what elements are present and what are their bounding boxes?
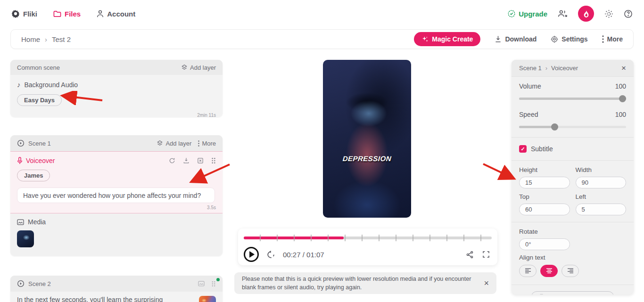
media-thumbnail[interactable]	[17, 230, 34, 247]
gear-icon	[551, 35, 558, 43]
settings-label: Settings	[561, 35, 587, 43]
voiceover-text-input[interactable]	[17, 188, 215, 203]
volume-slider[interactable]	[519, 95, 626, 102]
preview-subtitle-text: DEPRESSION	[323, 155, 411, 163]
nav-account[interactable]: Account	[97, 10, 135, 18]
drag-handle-icon[interactable]	[211, 281, 216, 287]
rotate-label: Rotate	[519, 228, 570, 235]
scene1-add-layer-button[interactable]: Add layer	[157, 140, 191, 147]
top-input[interactable]	[519, 204, 570, 215]
volume-value: 100	[615, 82, 626, 90]
brand-label: Fliki	[23, 10, 37, 18]
scene1-title: Scene 1	[28, 140, 51, 147]
fullscreen-icon[interactable]	[482, 251, 490, 258]
play-circle-icon[interactable]	[17, 280, 25, 287]
speed-value: 100	[615, 111, 626, 118]
align-center-button[interactable]	[540, 265, 558, 277]
inspector-layer-crumb: Voiceover	[551, 65, 578, 72]
close-icon[interactable]: ×	[621, 64, 626, 73]
credits-button[interactable]	[578, 6, 594, 22]
volume-label: Volume	[519, 82, 541, 90]
volume-slider-handle[interactable]	[619, 95, 626, 102]
left-label: Left	[576, 193, 627, 200]
fliki-logo-icon	[11, 9, 20, 18]
speed-slider-handle[interactable]	[551, 123, 558, 131]
nav-account-label: Account	[107, 10, 135, 18]
upgrade-label: Upgrade	[519, 10, 547, 18]
person-icon	[97, 10, 104, 17]
regenerate-icon[interactable]	[169, 157, 175, 164]
align-right-button[interactable]	[561, 265, 579, 277]
restart-icon[interactable]	[266, 250, 275, 259]
speed-slider[interactable]	[519, 123, 626, 131]
check-icon: ✓	[520, 146, 525, 152]
common-add-layer-label: Add layer	[190, 64, 216, 71]
invite-users-button[interactable]	[558, 9, 568, 18]
left-input[interactable]	[576, 204, 627, 215]
play-button[interactable]	[244, 247, 259, 262]
media-layer[interactable]: Media	[10, 213, 223, 253]
scene2-header: Scene 2	[10, 276, 223, 292]
layer-inspector-panel: Scene 1 › Voiceover × Volume 100 Speed 1…	[512, 60, 634, 294]
timeline-scrubber[interactable]	[244, 235, 492, 241]
chevron-right-icon: ›	[545, 65, 547, 72]
common-scene-title: Common scene	[17, 64, 60, 71]
share-icon[interactable]	[466, 251, 474, 259]
sparkles-icon	[421, 36, 429, 43]
rotate-input[interactable]	[519, 238, 570, 250]
flame-icon	[583, 10, 590, 17]
nav-files[interactable]: Files	[53, 10, 81, 18]
magic-create-button[interactable]: Magic Create	[414, 32, 480, 46]
height-input[interactable]	[519, 177, 570, 188]
breadcrumb-home[interactable]: Home	[21, 35, 40, 43]
top-navbar: Fliki Files Account Upgrade	[0, 0, 644, 27]
upgrade-button[interactable]: Upgrade	[507, 9, 547, 18]
nav-files-label: Files	[65, 10, 81, 18]
media-label: Media	[28, 218, 46, 226]
voiceover-layer[interactable]: Voiceover James 3.5s	[10, 151, 223, 213]
download-audio-icon[interactable]	[183, 157, 190, 164]
scene2-thumbnail[interactable]	[199, 296, 216, 302]
close-icon[interactable]: ×	[484, 279, 489, 287]
more-button[interactable]: More	[602, 35, 623, 43]
scene2-text[interactable]: In the next few seconds, you'll learn th…	[17, 296, 194, 302]
preview-notice: Please note that this is a quick preview…	[234, 272, 496, 294]
subtitle-label: Subtitle	[531, 145, 553, 153]
voiceover-label: Voiceover	[26, 157, 55, 164]
mic-icon	[17, 157, 23, 164]
image-icon[interactable]	[198, 281, 205, 287]
scene1-more-button[interactable]: More	[198, 140, 216, 147]
subtitle-checkbox[interactable]: ✓	[519, 145, 527, 153]
align-text-label: Align text	[512, 253, 634, 265]
width-input[interactable]	[576, 177, 627, 188]
dots-vertical-icon	[602, 35, 604, 43]
layers-icon	[157, 140, 163, 147]
video-preview[interactable]: DEPRESSION	[323, 60, 411, 218]
background-audio-layer[interactable]: ♪ Background Audio	[17, 81, 216, 89]
help-button[interactable]	[624, 9, 633, 18]
apply-all-label: Apply to all scenes	[548, 294, 606, 295]
brand-logo[interactable]: Fliki	[11, 9, 37, 18]
background-audio-label: Background Audio	[25, 81, 78, 89]
common-add-layer-button[interactable]: Add layer	[181, 64, 216, 71]
drag-handle-icon[interactable]	[211, 157, 216, 164]
align-left-button[interactable]	[519, 265, 537, 277]
common-scene-header: Common scene Add layer	[10, 60, 223, 75]
delete-layer-icon[interactable]	[197, 157, 204, 164]
height-label: Height	[519, 166, 570, 173]
image-icon	[17, 219, 24, 225]
download-label: Download	[505, 35, 537, 43]
audio-track-chip[interactable]: Easy Days	[17, 94, 62, 106]
settings-button[interactable]: Settings	[551, 35, 587, 43]
play-circle-icon[interactable]	[17, 139, 25, 147]
voice-name-chip[interactable]: James	[17, 170, 50, 181]
download-button[interactable]: Download	[495, 35, 537, 43]
top-label: Top	[519, 193, 570, 200]
apply-all-scenes-button[interactable]: Apply to all scenes	[531, 291, 614, 294]
scene2-status-dot	[216, 278, 220, 281]
subtitle-toggle-row[interactable]: ✓ Subtitle	[512, 139, 634, 159]
inspector-scene-crumb[interactable]: Scene 1	[519, 65, 542, 72]
player-bar: 00:27 / 01:07	[238, 229, 497, 265]
scene1-card: Scene 1 Add layer More Voic	[10, 135, 223, 256]
theme-toggle-button[interactable]	[604, 9, 613, 18]
